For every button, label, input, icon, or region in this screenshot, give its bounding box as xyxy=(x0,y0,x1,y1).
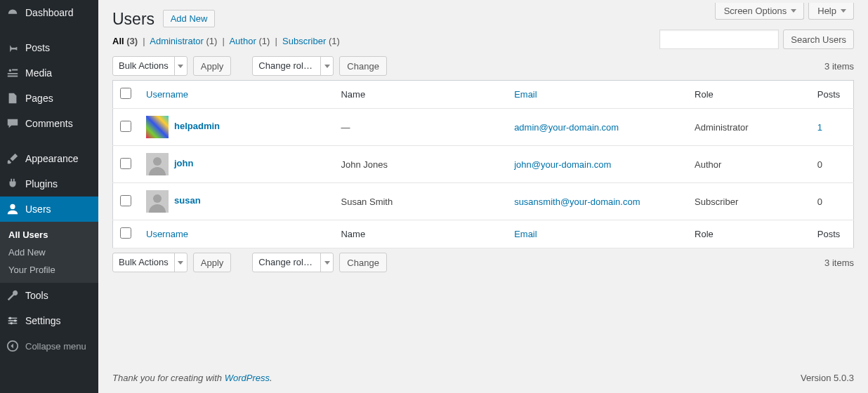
avatar xyxy=(146,153,169,175)
chevron-down-icon xyxy=(791,9,796,13)
change-button[interactable]: Change xyxy=(339,56,387,76)
menu-label: Appearance xyxy=(25,153,79,164)
row-checkbox[interactable] xyxy=(120,195,131,206)
menu-pages[interactable]: Pages xyxy=(0,86,98,111)
filter-subscriber[interactable]: Subscriber xyxy=(282,36,326,46)
email-link[interactable]: john@your-domain.com xyxy=(514,159,611,170)
version-text: Version 5.0.3 xyxy=(801,373,854,383)
tablenav-bottom: Bulk Actions Apply Change role to… Chang… xyxy=(112,248,854,277)
cell-role: Author xyxy=(688,146,810,183)
cell-posts: 0 xyxy=(810,183,854,220)
menu-label: Dashboard xyxy=(25,7,74,18)
row-checkbox[interactable] xyxy=(120,158,131,169)
page-icon xyxy=(6,91,20,105)
menu-comments[interactable]: Comments xyxy=(0,111,98,136)
change-button-bottom[interactable]: Change xyxy=(339,253,387,272)
col-username[interactable]: Username xyxy=(139,220,334,248)
col-email[interactable]: Email xyxy=(507,220,688,248)
submenu-your-profile[interactable]: Your Profile xyxy=(0,261,98,279)
col-role: Role xyxy=(688,220,810,248)
table-row: johnJohn Jonesjohn@your-domain.comAuthor… xyxy=(113,146,854,183)
menu-label: Media xyxy=(25,67,52,79)
sliders-icon xyxy=(6,314,20,328)
svg-point-4 xyxy=(10,322,13,325)
menu-users[interactable]: Users xyxy=(0,196,98,222)
chevron-down-icon xyxy=(174,253,187,272)
submenu-add-new[interactable]: Add New xyxy=(0,244,98,261)
menu-label: Users xyxy=(25,204,51,215)
filter-all[interactable]: All (3) xyxy=(112,36,138,46)
plug-icon xyxy=(6,177,20,191)
email-link[interactable]: admin@your-domain.com xyxy=(514,122,619,133)
search-users-input[interactable] xyxy=(659,29,779,49)
items-count: 3 items xyxy=(824,61,854,72)
user-icon xyxy=(6,202,20,216)
menu-label: Collapse menu xyxy=(25,341,86,352)
cell-posts: 0 xyxy=(810,146,854,183)
change-role-select[interactable]: Change role to… xyxy=(252,56,334,76)
screen-options-button[interactable]: Screen Options xyxy=(715,3,805,20)
table-row: susanSusan Smithsusansmith@your-domain.c… xyxy=(113,183,854,220)
menu-posts[interactable]: Posts xyxy=(0,35,98,60)
bulk-actions-select[interactable]: Bulk Actions xyxy=(112,56,188,76)
submenu-all-users[interactable]: All Users xyxy=(0,226,98,244)
bulk-actions-select-bottom[interactable]: Bulk Actions xyxy=(112,253,188,272)
items-count-bottom: 3 items xyxy=(824,258,854,268)
menu-dashboard[interactable]: Dashboard xyxy=(0,0,98,25)
wordpress-link[interactable]: WordPress xyxy=(225,373,270,383)
apply-button[interactable]: Apply xyxy=(193,56,232,76)
filter-administrator[interactable]: Administrator xyxy=(150,36,204,46)
svg-point-3 xyxy=(14,319,17,322)
admin-sidebar: Dashboard Posts Media Pages Comments App… xyxy=(0,0,98,393)
page-title: Users xyxy=(112,0,154,29)
col-username[interactable]: Username xyxy=(139,81,334,109)
menu-media[interactable]: Media xyxy=(0,60,98,86)
menu-label: Settings xyxy=(25,315,61,326)
search-users-button[interactable]: Search Users xyxy=(783,29,854,49)
main-content: Screen Options Help Users Add New All (3… xyxy=(98,0,868,393)
admin-footer: Thank you for creating with WordPress. V… xyxy=(98,363,868,393)
cell-name: John Jones xyxy=(334,146,507,183)
help-button[interactable]: Help xyxy=(808,3,854,20)
chevron-down-icon xyxy=(320,57,333,75)
menu-collapse[interactable]: Collapse menu xyxy=(0,333,98,359)
avatar xyxy=(146,116,169,138)
row-checkbox[interactable] xyxy=(120,121,131,132)
menu-label: Comments xyxy=(25,118,73,129)
add-new-button[interactable]: Add New xyxy=(163,10,216,27)
username-link[interactable]: john xyxy=(174,158,193,168)
filter-author[interactable]: Author xyxy=(229,36,256,46)
wrench-icon xyxy=(6,288,20,302)
username-link[interactable]: helpadmin xyxy=(174,121,220,131)
media-icon xyxy=(6,66,20,80)
apply-button-bottom[interactable]: Apply xyxy=(193,253,232,272)
submenu-users: All Users Add New Your Profile xyxy=(0,222,98,283)
col-name: Name xyxy=(334,81,507,109)
menu-label: Plugins xyxy=(25,178,58,189)
email-link[interactable]: susansmith@your-domain.com xyxy=(514,196,640,207)
change-role-select-bottom[interactable]: Change role to… xyxy=(252,253,334,272)
avatar xyxy=(146,190,169,213)
col-posts: Posts xyxy=(810,220,854,248)
cell-posts[interactable]: 1 xyxy=(810,109,854,146)
cell-role: Subscriber xyxy=(688,183,810,220)
menu-plugins[interactable]: Plugins xyxy=(0,171,98,196)
col-name: Name xyxy=(334,220,507,248)
username-link[interactable]: susan xyxy=(174,195,201,206)
footer-thanks: Thank you for creating with xyxy=(112,373,225,383)
menu-settings[interactable]: Settings xyxy=(0,308,98,333)
pin-icon xyxy=(6,41,20,55)
menu-appearance[interactable]: Appearance xyxy=(0,146,98,171)
menu-tools[interactable]: Tools xyxy=(0,283,98,308)
chevron-down-icon xyxy=(841,9,846,13)
svg-point-0 xyxy=(9,69,12,72)
cell-name: — xyxy=(334,109,507,146)
select-all-checkbox-bottom[interactable] xyxy=(120,227,131,239)
chevron-down-icon xyxy=(174,57,187,75)
menu-label: Pages xyxy=(25,93,53,104)
dashboard-icon xyxy=(6,6,20,20)
select-all-checkbox[interactable] xyxy=(120,88,131,99)
col-email[interactable]: Email xyxy=(507,81,688,109)
tablenav-top: Bulk Actions Apply Change role to… Chang… xyxy=(112,52,854,80)
menu-label: Posts xyxy=(25,42,50,53)
